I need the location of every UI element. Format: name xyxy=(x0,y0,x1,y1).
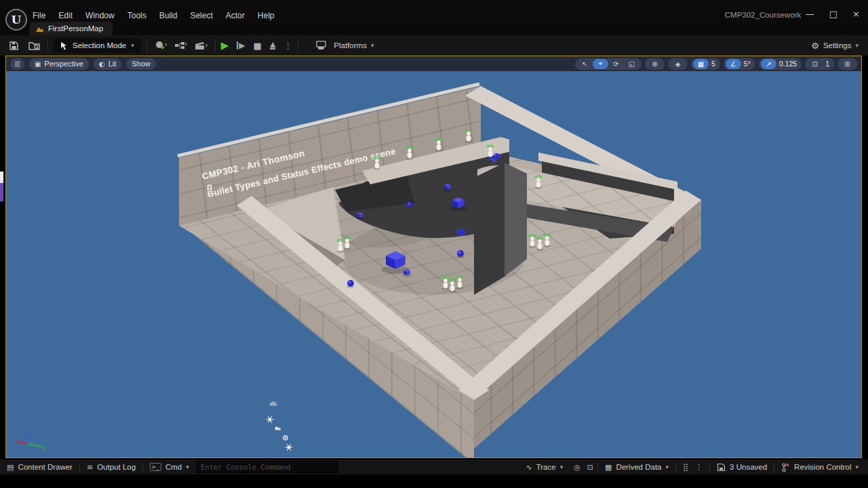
statusbar-right: ∿ Trace ▾ ◎ ⊡ ▦ Derived Data ▾ ⣿ ⋮ xyxy=(519,460,868,474)
trace-dropdown[interactable]: ∿ Trace ▾ xyxy=(519,460,570,474)
add-actor-icon[interactable] xyxy=(153,38,169,53)
move-tool-icon[interactable]: ⌖ xyxy=(593,59,608,69)
save-small-icon xyxy=(717,463,726,472)
rotate-tool-icon[interactable]: ⟳ xyxy=(608,59,624,69)
settings-dropdown[interactable]: ⚙ Settings ▾ xyxy=(811,41,868,51)
record-icon[interactable]: ◎ xyxy=(574,463,580,472)
angle-snap-icon[interactable]: ∠ xyxy=(726,59,741,69)
perspective-dropdown[interactable]: ▣ Perspective xyxy=(29,58,89,70)
play-options-kebab-icon[interactable]: ⋮ xyxy=(283,41,292,51)
platforms-dropdown[interactable]: Platforms xyxy=(334,41,367,49)
camera-speed-control[interactable]: ⊡ 1 xyxy=(805,58,834,70)
menu-edit[interactable]: Edit xyxy=(58,11,73,20)
viewport-options-menu[interactable]: ☰ xyxy=(10,58,24,70)
background-app-sliver xyxy=(0,171,3,183)
menu-select[interactable]: Select xyxy=(190,11,212,20)
hamburger-icon: ☰ xyxy=(14,60,20,68)
derived-data-dropdown[interactable]: ▦ Derived Data ▾ xyxy=(598,460,675,474)
cinematics-icon[interactable] xyxy=(193,38,210,53)
bottom-strip xyxy=(0,474,868,488)
transform-tools: ↖ ⌖ ⟳ ◱ xyxy=(575,58,642,70)
window-title: CMP302_Coursework xyxy=(705,11,821,19)
viewport[interactable]: ☰ ▣ Perspective ◐ Lit Show ↖ ⌖ ⟳ ◱ xyxy=(5,56,862,458)
snapshot-icon[interactable]: ⊡ xyxy=(587,463,593,472)
rotation-snap-control: ∠ 5° xyxy=(724,58,755,70)
grid-snap-icon[interactable]: ▦ xyxy=(693,59,709,69)
maximize-icon[interactable]: □ xyxy=(829,9,837,19)
revision-control-dropdown[interactable]: Revision Control ▾ xyxy=(774,460,868,474)
show-dropdown[interactable]: Show xyxy=(126,58,156,70)
window-controls: — □ × xyxy=(806,9,860,19)
select-tool-icon[interactable]: ↖ xyxy=(577,59,593,69)
camera-icon: ⊡ xyxy=(807,59,823,69)
unreal-logo-icon: U xyxy=(5,9,27,30)
camera-speed-value: 1 xyxy=(823,60,832,68)
app-window: U File Edit Window Tools Build Select Ac… xyxy=(0,0,868,488)
tab-row: FirstPersonMap xyxy=(0,22,868,35)
chevron-down-icon: ▾ xyxy=(666,464,669,470)
platforms-icon xyxy=(313,38,330,53)
menu-build[interactable]: Build xyxy=(159,11,178,20)
axis-z-label: z xyxy=(30,429,33,436)
menu-help[interactable]: Help xyxy=(258,11,275,20)
close-icon[interactable]: × xyxy=(852,9,860,19)
menu-bar: File Edit Window Tools Build Select Acto… xyxy=(33,9,274,22)
perspective-cube-icon: ▣ xyxy=(35,60,41,68)
lit-dropdown[interactable]: ◐ Lit xyxy=(94,58,121,70)
kebab-icon[interactable]: ⋮ xyxy=(695,463,703,472)
level-unsaved-icon xyxy=(35,25,44,33)
rotation-snap-value[interactable]: 5° xyxy=(741,60,753,68)
background-app-sliver xyxy=(0,183,3,201)
status-bar: ▤ Content Drawer ≡ Output Log >_ Cmd ▾ ∿… xyxy=(0,460,868,474)
play-icon[interactable]: ▶ xyxy=(221,39,229,52)
scale-snap-value[interactable]: 0.125 xyxy=(776,60,800,68)
menu-file[interactable]: File xyxy=(33,11,45,20)
cmd-dropdown[interactable]: >_ Cmd ▾ xyxy=(143,460,196,474)
surface-snap-icon: ◈ xyxy=(670,59,686,69)
branch-icon xyxy=(781,463,790,472)
log-icon: ≡ xyxy=(87,463,93,472)
frame-skip-icon[interactable]: ▶ xyxy=(237,41,245,49)
globe-icon: ⊕ xyxy=(647,59,663,69)
lit-sphere-icon: ◐ xyxy=(99,60,105,68)
viewport-toolbar: ☰ ▣ Perspective ◐ Lit Show ↖ ⌖ ⟳ ◱ xyxy=(6,56,861,71)
scale-snap-control: ↗ 0.125 xyxy=(759,58,802,70)
gear-icon: ⚙ xyxy=(811,41,819,51)
cursor-icon xyxy=(60,41,68,50)
eject-icon[interactable]: ▲ xyxy=(270,41,275,49)
grid-snap-control: ▦ 5 xyxy=(691,58,720,70)
blueprints-icon[interactable] xyxy=(173,38,189,53)
unsaved-button[interactable]: 3 Unsaved xyxy=(710,460,774,474)
selection-mode-dropdown[interactable]: Selection Mode ▾ xyxy=(54,38,141,53)
content-drawer-button[interactable]: ▤ Content Drawer xyxy=(0,460,79,474)
chevron-down-icon: ▾ xyxy=(131,42,134,49)
browse-content-icon[interactable] xyxy=(26,38,42,53)
chevron-down-icon: ▾ xyxy=(560,464,564,470)
scale-tool-icon[interactable]: ◱ xyxy=(624,59,639,69)
menu-window[interactable]: Window xyxy=(85,11,115,20)
minimize-icon[interactable]: — xyxy=(806,9,814,19)
output-log-button[interactable]: ≡ Output Log xyxy=(80,460,142,474)
scene-canvas[interactable]: CMP302 - Ari Thomson Bullet Types and St… xyxy=(6,71,861,458)
chevron-down-icon: ▾ xyxy=(371,42,374,49)
surface-snapping-toggle[interactable]: ◈ xyxy=(668,58,688,70)
toolbar-separator xyxy=(298,39,298,52)
stats-icon[interactable]: ⣿ xyxy=(683,463,688,472)
stop-icon[interactable]: ■ xyxy=(254,41,262,51)
console-command-input[interactable] xyxy=(196,461,338,473)
derived-data-icon: ▦ xyxy=(605,463,612,472)
menu-actor[interactable]: Actor xyxy=(226,11,245,20)
layout-grid-icon: ⊞ xyxy=(840,59,855,69)
viewport-layout-toggle[interactable]: ⊞ xyxy=(837,58,857,70)
tab-firstpersonmap[interactable]: FirstPersonMap xyxy=(30,22,113,35)
grid-snap-value[interactable]: 5 xyxy=(709,60,718,68)
save-icon[interactable] xyxy=(5,38,22,53)
drawer-icon: ▤ xyxy=(7,463,14,472)
tab-label: FirstPersonMap xyxy=(48,24,103,33)
scale-snap-icon[interactable]: ↗ xyxy=(761,59,776,69)
terminal-icon: >_ xyxy=(150,463,161,471)
svg-text:T: T xyxy=(208,186,212,190)
coordinate-system-toggle[interactable]: ⊕ xyxy=(645,58,665,70)
chevron-down-icon: ▾ xyxy=(186,464,189,470)
menu-tools[interactable]: Tools xyxy=(127,11,146,20)
